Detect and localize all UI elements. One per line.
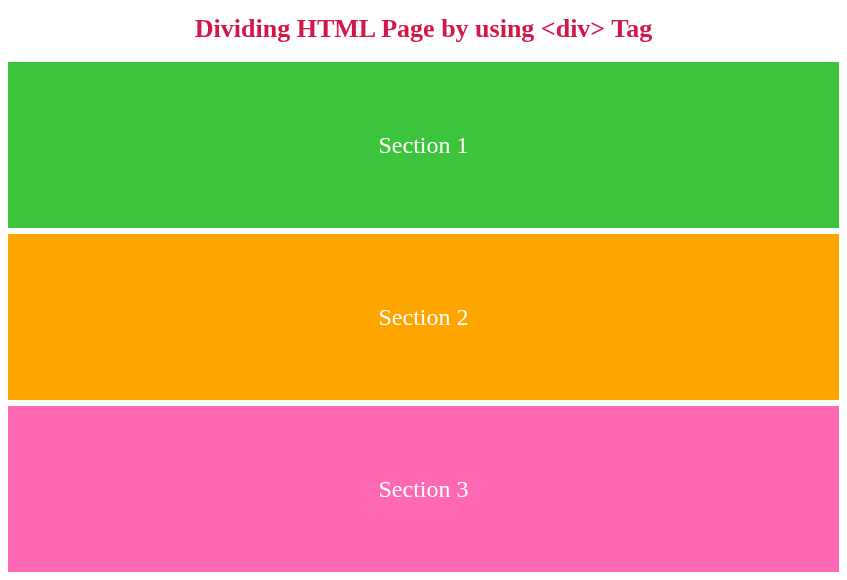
sections-container: Section 1 Section 2 Section 3 <box>0 62 847 572</box>
section-2-label: Section 2 <box>379 304 469 331</box>
section-1: Section 1 <box>8 62 839 228</box>
section-2: Section 2 <box>8 234 839 400</box>
section-3: Section 3 <box>8 406 839 572</box>
section-3-label: Section 3 <box>379 476 469 503</box>
page-title: Dividing HTML Page by using <div> Tag <box>0 0 847 62</box>
section-1-label: Section 1 <box>379 132 469 159</box>
